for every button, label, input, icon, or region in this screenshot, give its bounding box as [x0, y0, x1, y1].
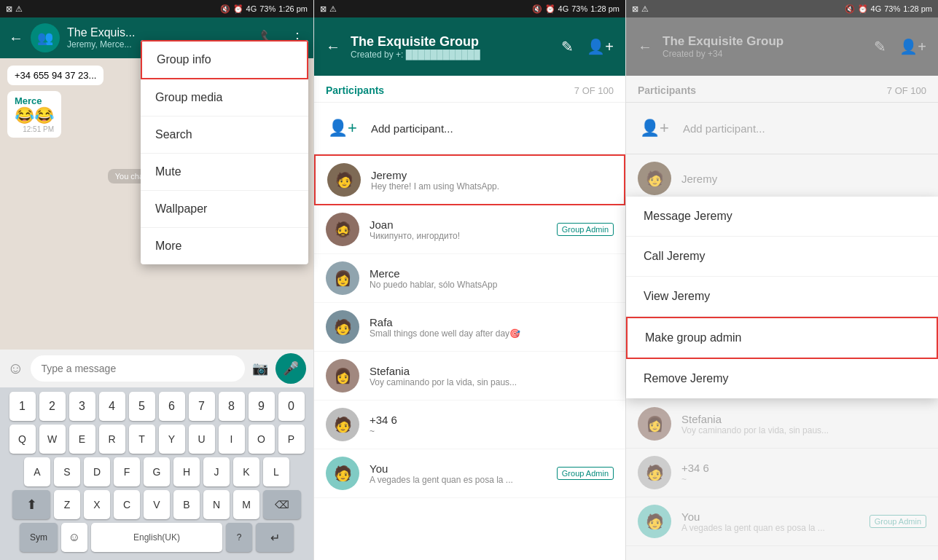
participants-header: Participants 7 OF 100 [314, 76, 625, 103]
key-2[interactable]: 2 [39, 392, 66, 421]
participant-34[interactable]: 🧑 +34 6 ~ [314, 401, 625, 449]
key-m[interactable]: M [233, 490, 259, 519]
dropdown-menu: Group info Group media Search Mute Wallp… [141, 40, 308, 264]
p3-34-status: ~ [681, 474, 926, 484]
panel2-back-button[interactable]: ← [326, 39, 340, 55]
participant-jeremy[interactable]: 🧑 Jeremy Hey there! I am using WhatsApp. [314, 154, 625, 205]
context-message-jeremy[interactable]: Message Jeremy [626, 197, 938, 237]
key-v[interactable]: V [144, 490, 170, 519]
context-make-admin[interactable]: Make group admin [626, 317, 938, 359]
joan-info: Joan Чикипунто, ингордито! [370, 218, 547, 241]
participant-joan[interactable]: 🧔 Joan Чикипунто, ингордито! Group Admin [314, 205, 625, 254]
key-j[interactable]: J [203, 457, 230, 486]
context-view-jeremy[interactable]: View Jeremy [626, 277, 938, 317]
panel3-add-icon[interactable]: 👤+ [899, 38, 926, 55]
key-y[interactable]: Y [159, 425, 185, 454]
chat-input-bar: ☺ 📷 🎤 [0, 350, 313, 387]
key-a[interactable]: A [24, 457, 50, 486]
panel3-participant-you[interactable]: 🧑 You A vegades la gent quan es posa la … [626, 497, 938, 546]
key-f[interactable]: F [114, 457, 140, 486]
menu-item-group-info[interactable]: Group info [141, 40, 308, 79]
key-u[interactable]: U [189, 425, 215, 454]
battery-2: 73% [571, 4, 587, 13]
status-bar-2: ⊠ ⚠ 🔇 ⏰ 4G 73% 1:28 pm [314, 0, 625, 17]
mic-button[interactable]: 🎤 [275, 353, 306, 384]
panel3-add-participant[interactable]: 👤+ Add participant... [626, 103, 938, 154]
key-z[interactable]: Z [54, 490, 80, 519]
participant-merce[interactable]: 👩 Merce No puedo hablar, sólo WhatsApp [314, 254, 625, 303]
panel2-group-name: The Exquisite Group [351, 34, 551, 50]
key-backspace[interactable]: ⌫ [263, 490, 301, 519]
key-enter[interactable]: ↵ [256, 523, 294, 552]
alarm-icon-2: ⏰ [545, 4, 555, 14]
mute-icon: 🔇 [220, 4, 230, 14]
key-9[interactable]: 9 [249, 392, 275, 421]
key-punctuation[interactable]: ? [226, 523, 252, 552]
key-q[interactable]: Q [9, 425, 36, 454]
key-b[interactable]: B [173, 490, 200, 519]
menu-item-search[interactable]: Search [141, 117, 308, 154]
key-3[interactable]: 3 [69, 392, 95, 421]
you-name: You [370, 462, 547, 475]
edit-icon[interactable]: ✎ [561, 38, 574, 55]
jeremy-info: Jeremy Hey there! I am using WhatsApp. [371, 169, 612, 192]
key-emoji[interactable]: ☺ [61, 523, 87, 552]
camera-button[interactable]: 📷 [252, 360, 268, 376]
key-x[interactable]: X [84, 490, 110, 519]
key-space[interactable]: English(UK) [91, 523, 222, 552]
key-e[interactable]: E [69, 425, 95, 454]
key-shift[interactable]: ⬆ [12, 490, 50, 519]
key-5[interactable]: 5 [129, 392, 155, 421]
key-8[interactable]: 8 [219, 392, 245, 421]
key-l[interactable]: L [263, 457, 289, 486]
key-i[interactable]: I [219, 425, 245, 454]
emoji-button[interactable]: ☺ [7, 359, 23, 378]
menu-item-wallpaper[interactable]: Wallpaper [141, 191, 308, 228]
menu-item-group-media[interactable]: Group media [141, 79, 308, 117]
mute-icon-3: 🔇 [845, 4, 855, 14]
key-4[interactable]: 4 [99, 392, 125, 421]
joan-avatar: 🧔 [326, 213, 359, 246]
key-sym[interactable]: Sym [20, 523, 58, 552]
key-p[interactable]: P [278, 425, 305, 454]
keyboard-row-numbers: 1 2 3 4 5 6 7 8 9 0 [3, 392, 310, 421]
p3-jeremy-info: Jeremy [681, 173, 926, 185]
p3-stefania-avatar: 👩 [638, 407, 671, 441]
key-w[interactable]: W [39, 425, 66, 454]
key-o[interactable]: O [249, 425, 275, 454]
menu-item-more[interactable]: More [141, 228, 308, 264]
participant-stefania[interactable]: 👩 Stefania Voy caminando por la vida, si… [314, 352, 625, 401]
add-participant-button[interactable]: 👤+ Add participant... [314, 103, 625, 154]
key-g[interactable]: G [144, 457, 170, 486]
key-1[interactable]: 1 [9, 392, 36, 421]
context-remove-jeremy[interactable]: Remove Jeremy [626, 359, 938, 398]
participant-you[interactable]: 🧑 You A vegades la gent quan es posa la … [314, 449, 625, 498]
key-s[interactable]: S [54, 457, 80, 486]
key-h[interactable]: H [173, 457, 200, 486]
menu-item-mute[interactable]: Mute [141, 154, 308, 191]
message-bubble-merce: Merce 😂😂 12:51 PM [7, 91, 61, 138]
time-2: 1:28 pm [590, 4, 620, 13]
message-input[interactable] [31, 355, 245, 382]
add-member-icon[interactable]: 👤+ [587, 38, 614, 55]
status-bar-3: ⊠ ⚠ 🔇 ⏰ 4G 73% 1:28 pm [626, 0, 938, 17]
participant-rafa[interactable]: 🧑 Rafa Small things done well day after … [314, 303, 625, 352]
key-n[interactable]: N [203, 490, 230, 519]
key-r[interactable]: R [99, 425, 125, 454]
context-call-jeremy[interactable]: Call Jeremy [626, 237, 938, 277]
panel3-participant-jeremy[interactable]: 🧑 Jeremy [626, 154, 938, 203]
panel3-participant-stefania[interactable]: 👩 Stefania Voy caminando por la vida, si… [626, 400, 938, 449]
key-7[interactable]: 7 [189, 392, 215, 421]
panel3-back-button[interactable]: ← [638, 39, 652, 55]
battery-label: 73% [259, 4, 275, 13]
panel3-edit-icon[interactable]: ✎ [874, 38, 886, 55]
panel3-participant-34[interactable]: 🧑 +34 6 ~ [626, 449, 938, 497]
key-d[interactable]: D [84, 457, 110, 486]
key-6[interactable]: 6 [159, 392, 185, 421]
group-name: The Exquis... [67, 26, 253, 39]
key-c[interactable]: C [114, 490, 140, 519]
key-k[interactable]: K [233, 457, 259, 486]
key-0[interactable]: 0 [278, 392, 305, 421]
key-t[interactable]: T [129, 425, 155, 454]
back-button[interactable]: ← [9, 30, 23, 47]
